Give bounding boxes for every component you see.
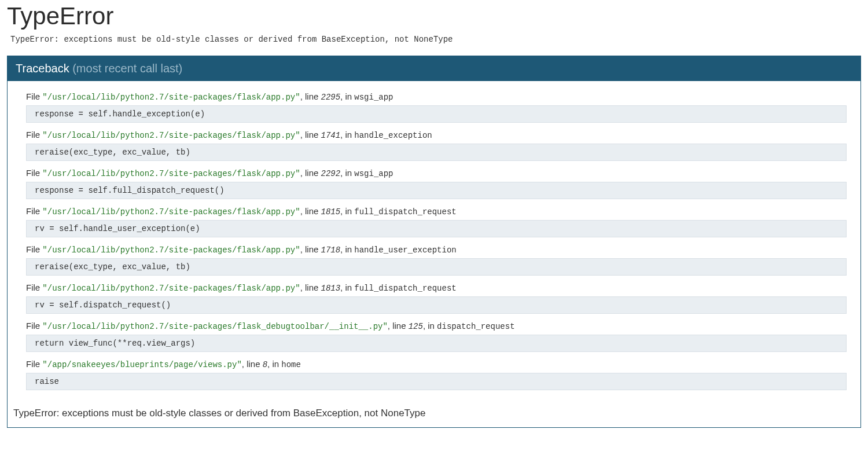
traceback-frame: File "/usr/local/lib/python2.7/site-pack… (26, 321, 847, 352)
frame-code-line[interactable]: response = self.handle_exception(e) (26, 105, 847, 123)
frame-line-number: 1741 (321, 131, 340, 140)
frame-in-label: , in (267, 359, 281, 369)
frame-file-path: "/usr/local/lib/python2.7/site-packages/… (42, 322, 388, 331)
traceback-header: Traceback (most recent call last) (8, 56, 860, 81)
frame-function-name: dispatch_request (437, 322, 514, 331)
frame-file-path: "/usr/local/lib/python2.7/site-packages/… (42, 131, 300, 140)
frame-function-name: handle_user_exception (354, 245, 456, 255)
traceback-frame: File "/usr/local/lib/python2.7/site-pack… (26, 168, 847, 199)
frame-in-label: , in (340, 206, 354, 216)
frame-line-number: 1813 (321, 284, 340, 293)
frame-location: File "/usr/local/lib/python2.7/site-pack… (26, 283, 847, 296)
frame-location: File "/usr/local/lib/python2.7/site-pack… (26, 321, 847, 335)
traceback-frame: File "/usr/local/lib/python2.7/site-pack… (26, 244, 847, 276)
frame-file-path: "/usr/local/lib/python2.7/site-packages/… (42, 207, 300, 217)
frame-line-label: , line (300, 206, 321, 216)
frame-in-label: , in (340, 168, 354, 178)
frame-line-number: 2292 (321, 169, 340, 178)
frame-file-label: File (26, 91, 42, 101)
traceback-label: Traceback (16, 62, 72, 75)
frame-location: File "/usr/local/lib/python2.7/site-pack… (26, 130, 847, 144)
traceback-frame: File "/app/snakeeyes/blueprints/page/vie… (26, 359, 847, 390)
frame-file-path: "/usr/local/lib/python2.7/site-packages/… (42, 284, 300, 293)
frame-file-path: "/app/snakeeyes/blueprints/page/views.py… (42, 360, 241, 369)
frame-in-label: , in (423, 321, 437, 331)
frame-code-line[interactable]: rv = self.dispatch_request() (26, 296, 847, 314)
frame-line-number: 1815 (321, 207, 340, 217)
frame-line-number: 1718 (321, 245, 340, 255)
frame-code-line[interactable]: rv = self.handle_user_exception(e) (26, 220, 847, 237)
frame-line-label: , line (300, 130, 321, 140)
traceback-frames: File "/usr/local/lib/python2.7/site-pack… (8, 81, 860, 403)
frame-line-label: , line (242, 359, 263, 369)
bottom-error-message: TypeError: exceptions must be old-style … (8, 403, 860, 427)
frame-code-line[interactable]: return view_func(**req.view_args) (26, 335, 847, 352)
frame-function-name: wsgi_app (354, 169, 393, 178)
frame-function-name: full_dispatch_request (354, 207, 456, 217)
frame-code-line[interactable]: reraise(exc_type, exc_value, tb) (26, 258, 847, 276)
traceback-frame: File "/usr/local/lib/python2.7/site-pack… (26, 130, 847, 161)
frame-file-label: File (26, 321, 42, 331)
frame-file-label: File (26, 359, 42, 369)
frame-line-label: , line (300, 283, 321, 292)
traceback-recent: (most recent call last) (72, 62, 182, 75)
frame-line-number: 125 (409, 322, 423, 331)
frame-code-line[interactable]: reraise(exc_type, exc_value, tb) (26, 144, 847, 161)
frame-line-label: , line (300, 168, 321, 178)
frame-file-label: File (26, 244, 42, 254)
traceback-frame: File "/usr/local/lib/python2.7/site-pack… (26, 206, 847, 237)
frame-file-label: File (26, 283, 42, 292)
frame-line-label: , line (300, 91, 321, 101)
frame-file-label: File (26, 130, 42, 140)
frame-function-name: handle_exception (354, 131, 432, 140)
frame-function-name: home (281, 360, 301, 369)
frame-in-label: , in (340, 130, 354, 140)
frame-file-path: "/usr/local/lib/python2.7/site-packages/… (42, 245, 300, 255)
traceback-frame: File "/usr/local/lib/python2.7/site-pack… (26, 283, 847, 314)
frame-location: File "/app/snakeeyes/blueprints/page/vie… (26, 359, 847, 373)
frame-location: File "/usr/local/lib/python2.7/site-pack… (26, 168, 847, 182)
frame-in-label: , in (340, 91, 354, 101)
frame-function-name: wsgi_app (354, 93, 393, 102)
frame-location: File "/usr/local/lib/python2.7/site-pack… (26, 244, 847, 258)
frame-file-path: "/usr/local/lib/python2.7/site-packages/… (42, 93, 300, 102)
frame-location: File "/usr/local/lib/python2.7/site-pack… (26, 91, 847, 105)
frame-file-label: File (26, 206, 42, 216)
frame-line-number: 8 (263, 360, 267, 369)
frame-file-label: File (26, 168, 42, 178)
frame-in-label: , in (340, 283, 354, 292)
frame-code-line[interactable]: response = self.full_dispatch_request() (26, 182, 847, 199)
frame-line-label: , line (388, 321, 409, 331)
traceback-box: Traceback (most recent call last) File "… (7, 56, 861, 428)
frame-function-name: full_dispatch_request (354, 284, 456, 293)
traceback-frame: File "/usr/local/lib/python2.7/site-pack… (26, 91, 847, 123)
frame-line-number: 2295 (321, 93, 340, 102)
frame-line-label: , line (300, 244, 321, 254)
error-title: TypeError (7, 0, 861, 35)
frame-location: File "/usr/local/lib/python2.7/site-pack… (26, 206, 847, 220)
frame-file-path: "/usr/local/lib/python2.7/site-packages/… (42, 169, 300, 178)
frame-code-line[interactable]: raise (26, 373, 847, 390)
frame-in-label: , in (340, 244, 354, 254)
error-message: TypeError: exceptions must be old-style … (7, 35, 861, 56)
